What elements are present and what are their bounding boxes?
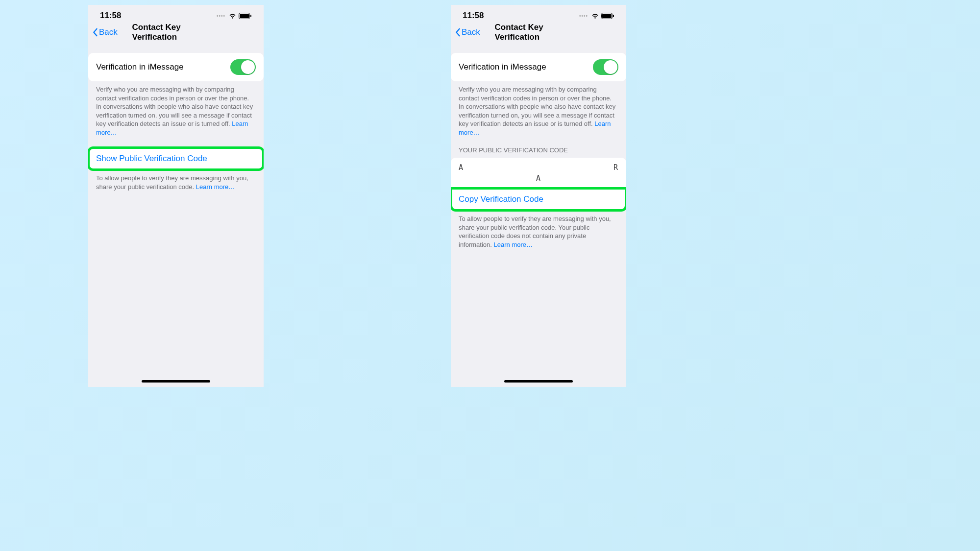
phone-screenshot-left: 11:58 •••• Back Contact Key Verification… — [88, 5, 264, 387]
svg-rect-5 — [613, 15, 614, 17]
chevron-left-icon — [92, 28, 98, 37]
verification-description: Verify who you are messaging with by com… — [451, 81, 626, 137]
svg-rect-2 — [250, 15, 251, 17]
public-code-header: YOUR PUBLIC VERIFICATION CODE — [451, 137, 626, 158]
copy-verification-code-button[interactable]: Copy Verification Code — [451, 188, 626, 211]
toggle-label: Verification in iMessage — [96, 62, 184, 72]
phone-screenshot-right: 11:58 •••• Back Contact Key Verification… — [451, 5, 626, 387]
cellular-dots-icon: •••• — [217, 13, 225, 19]
chevron-left-icon — [455, 28, 461, 37]
code-segment-right: R — [613, 163, 618, 172]
status-bar: 11:58 •••• — [451, 5, 626, 24]
code-segment-bottom: A — [536, 174, 541, 183]
code-segment-left: A — [459, 163, 464, 172]
nav-title: Contact Key Verification — [495, 23, 583, 42]
toggle-switch[interactable] — [230, 59, 256, 75]
toggle-label: Verification in iMessage — [459, 62, 546, 72]
nav-title: Contact Key Verification — [132, 23, 220, 42]
back-button[interactable]: Back — [455, 27, 480, 37]
copy-code-footer: To allow people to verify they are messa… — [451, 211, 626, 249]
verification-code-row-1: A R — [451, 158, 626, 173]
status-icons: •••• — [579, 13, 614, 19]
nav-bar: Back Contact Key Verification — [451, 24, 626, 42]
learn-more-link-2[interactable]: Learn more… — [196, 183, 235, 191]
show-code-footer: To allow people to verify they are messa… — [88, 170, 264, 191]
nav-bar: Back Contact Key Verification — [88, 24, 264, 42]
show-public-code-button[interactable]: Show Public Verification Code — [88, 147, 264, 170]
learn-more-link-3[interactable]: Learn more… — [494, 241, 533, 248]
show-public-code-label: Show Public Verification Code — [96, 154, 207, 164]
verification-code-row-2: A — [451, 173, 626, 188]
verification-toggle-row[interactable]: Verification in iMessage — [88, 53, 264, 81]
status-icons: •••• — [217, 13, 252, 19]
back-label: Back — [462, 27, 480, 37]
verification-toggle-row[interactable]: Verification in iMessage — [451, 53, 626, 81]
toggle-switch[interactable] — [593, 59, 618, 75]
back-button[interactable]: Back — [92, 27, 118, 37]
cellular-dots-icon: •••• — [579, 13, 588, 19]
back-label: Back — [99, 27, 118, 37]
status-time: 11:58 — [463, 11, 484, 21]
wifi-icon — [591, 13, 599, 19]
battery-icon — [239, 13, 252, 19]
home-indicator[interactable] — [504, 380, 573, 383]
wifi-icon — [228, 13, 237, 19]
home-indicator[interactable] — [142, 380, 210, 383]
status-bar: 11:58 •••• — [88, 5, 264, 24]
status-time: 11:58 — [100, 11, 121, 21]
svg-rect-4 — [602, 14, 612, 18]
svg-rect-1 — [240, 14, 249, 18]
verification-description: Verify who you are messaging with by com… — [88, 81, 264, 137]
battery-icon — [601, 13, 614, 19]
copy-code-label: Copy Verification Code — [459, 194, 543, 204]
